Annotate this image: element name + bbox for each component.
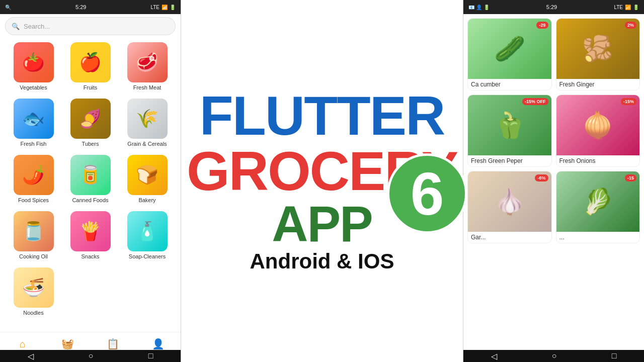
- discount-badge-onions: -15%: [621, 98, 636, 105]
- categories-grid: 🍅 Vegetables 🍎 Fruits 🥩 Fresh Meat 🐟 Fre…: [0, 38, 181, 320]
- category-item-meat[interactable]: 🥩 Fresh Meat: [119, 38, 176, 95]
- nav-icon-orders: 📋: [107, 338, 119, 350]
- product-name-greens: ...: [556, 232, 640, 243]
- nav-icon-basket: 🧺: [61, 338, 74, 350]
- category-icon-tubers: 🍠: [70, 99, 111, 139]
- status-left-icons-right: 📧 👤 🔋: [468, 5, 490, 10]
- category-label-fish: Fresh Fish: [21, 141, 47, 147]
- product-card-greens[interactable]: 🥬 -15 ...: [556, 171, 640, 243]
- category-label-meat: Fresh Meat: [133, 84, 162, 90]
- back-button-right[interactable]: ◁: [491, 351, 497, 361]
- category-icon-soap: 🧴: [127, 211, 168, 251]
- product-card-garlic[interactable]: 🧄 -6% Gar...: [467, 171, 552, 243]
- category-label-bakery: Bakery: [138, 197, 155, 203]
- search-bar[interactable]: 🔍 Search...: [5, 17, 176, 35]
- android-nav-bar-right: ◁ ○ □: [463, 350, 644, 362]
- status-time-left: 5:29: [75, 4, 86, 10]
- product-name-cucumber: Ca cumber: [468, 79, 551, 90]
- discount-badge-garlic: -6%: [535, 174, 548, 182]
- product-name-garlic: Gar...: [468, 232, 551, 243]
- category-label-fruits: Fruits: [84, 84, 98, 90]
- category-label-oil: Cooking Oil: [19, 253, 48, 259]
- category-item-snacks[interactable]: 🍟 Snacks: [62, 207, 119, 263]
- recent-button-right[interactable]: □: [612, 351, 617, 360]
- product-name-pepper: Fresh Green Peper: [468, 155, 551, 166]
- home-button-right[interactable]: ○: [552, 351, 557, 360]
- category-icon-canned: 🥫: [70, 155, 111, 195]
- status-right-icons-right: LTE 📶 🔋: [614, 5, 639, 10]
- product-name-onions: Fresh Onions: [556, 155, 640, 166]
- platform-title: Android & IOS: [187, 249, 457, 274]
- category-item-canned[interactable]: 🥫 Canned Foods: [62, 151, 119, 207]
- category-item-soap[interactable]: 🧴 Soap-Cleaners: [119, 207, 176, 263]
- nav-icon-home: ⌂: [20, 338, 26, 350]
- category-item-bakery[interactable]: 🍞 Bakery: [119, 151, 176, 207]
- category-icon-spices: 🌶️: [14, 155, 54, 195]
- right-phone: 📧 👤 🔋 5:29 LTE 📶 🔋 🥒 -29 Ca cumber 🫚 2% …: [463, 0, 644, 362]
- discount-badge-cucumber: -29: [536, 22, 548, 29]
- category-icon-bakery: 🍞: [127, 155, 168, 195]
- category-label-vegetables: Vegetables: [20, 84, 47, 90]
- category-label-soap: Soap-Cleaners: [129, 253, 166, 259]
- category-item-vegetables[interactable]: 🍅 Vegetables: [5, 38, 62, 95]
- category-label-noodles: Noodles: [23, 310, 43, 316]
- flutter-title: FLUTTER: [187, 88, 457, 143]
- category-item-tubers[interactable]: 🍠 Tubers: [62, 95, 119, 151]
- category-label-cereals: Grain & Cereals: [127, 141, 167, 147]
- status-right-icons-left: LTE 📶 🔋: [150, 5, 176, 10]
- category-item-noodles[interactable]: 🍜 Noodles: [5, 263, 62, 320]
- search-icon: 🔍: [12, 23, 20, 30]
- discount-badge-pepper: -15% OFF: [522, 98, 548, 105]
- category-item-cereals[interactable]: 🌾 Grain & Cereals: [119, 95, 176, 151]
- category-item-fish[interactable]: 🐟 Fresh Fish: [5, 95, 62, 151]
- discount-badge-ginger: 2%: [625, 22, 636, 29]
- category-item-fruits[interactable]: 🍎 Fruits: [62, 38, 119, 95]
- category-icon-snacks: 🍟: [70, 211, 111, 251]
- android-nav-bar-left: ◁ ○ □: [0, 350, 181, 362]
- category-label-snacks: Snacks: [81, 253, 99, 259]
- nav-icon-account: 👤: [152, 338, 165, 350]
- left-phone: 🔍 5:29 LTE 📶 🔋 🔍 Search... 🍅 Vegetables …: [0, 0, 181, 362]
- left-status-bar: 🔍 5:29 LTE 📶 🔋: [0, 0, 181, 14]
- category-icon-fruits: 🍎: [70, 42, 111, 82]
- status-time-right: 5:29: [546, 4, 557, 10]
- category-icon-noodles: 🍜: [14, 267, 54, 308]
- category-label-spices: Food Spices: [18, 197, 49, 203]
- discount-badge-greens: -15: [625, 174, 636, 182]
- category-icon-fish: 🐟: [14, 99, 54, 139]
- product-card-ginger[interactable]: 🫚 2% Fresh Ginger: [556, 18, 640, 90]
- category-item-spices[interactable]: 🌶️ Food Spices: [5, 151, 62, 207]
- category-label-tubers: Tubers: [82, 141, 99, 147]
- episode-badge: 6: [387, 153, 467, 234]
- product-name-ginger: Fresh Ginger: [556, 79, 640, 90]
- recent-button-left[interactable]: □: [148, 351, 153, 360]
- home-button-left[interactable]: ○: [89, 351, 94, 360]
- product-card-onions[interactable]: 🧅 -15% Fresh Onions: [556, 95, 640, 167]
- category-icon-cereals: 🌾: [127, 99, 168, 139]
- center-overlay: FLUTTER GROCERY APP Android & IOS 6: [181, 0, 463, 362]
- category-icon-oil: 🫙: [14, 211, 54, 251]
- product-card-pepper[interactable]: 🫑 -15% OFF Fresh Green Peper: [467, 95, 552, 167]
- category-item-oil[interactable]: 🫙 Cooking Oil: [5, 207, 62, 263]
- search-placeholder: Search...: [24, 23, 50, 30]
- category-icon-meat: 🥩: [127, 42, 168, 82]
- product-grid: 🥒 -29 Ca cumber 🫚 2% Fresh Ginger 🫑 -15%…: [463, 14, 644, 247]
- category-label-canned: Canned Foods: [72, 197, 108, 203]
- product-card-cucumber[interactable]: 🥒 -29 Ca cumber: [467, 18, 552, 90]
- status-left-icons: 🔍: [5, 5, 11, 10]
- back-button-left[interactable]: ◁: [28, 351, 34, 361]
- right-status-bar: 📧 👤 🔋 5:29 LTE 📶 🔋: [463, 0, 644, 14]
- category-icon-vegetables: 🍅: [14, 42, 54, 82]
